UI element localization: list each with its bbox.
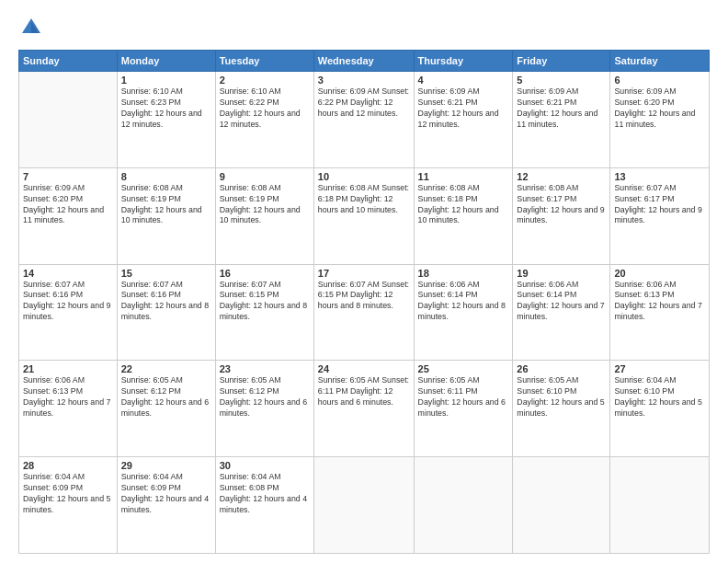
day-number: 11 (418, 171, 509, 182)
day-cell: 20Sunrise: 6:06 AM Sunset: 6:13 PM Dayli… (610, 264, 710, 361)
day-number: 3 (318, 75, 410, 86)
day-info: Sunrise: 6:04 AM Sunset: 6:08 PM Dayligh… (220, 472, 310, 516)
day-number: 25 (418, 363, 509, 374)
day-info: Sunrise: 6:07 AM Sunset: 6:17 PM Dayligh… (614, 183, 705, 227)
day-cell: 3Sunrise: 6:09 AM Sunset: 6:22 PM Daylig… (313, 72, 414, 168)
day-cell: 4Sunrise: 6:09 AM Sunset: 6:21 PM Daylig… (414, 72, 513, 168)
week-row-1: 7Sunrise: 6:09 AM Sunset: 6:20 PM Daylig… (19, 167, 710, 264)
day-info: Sunrise: 6:07 AM Sunset: 6:16 PM Dayligh… (23, 280, 113, 324)
day-number: 22 (121, 363, 211, 374)
day-info: Sunrise: 6:06 AM Sunset: 6:13 PM Dayligh… (614, 280, 705, 324)
day-cell (610, 457, 710, 554)
day-info: Sunrise: 6:09 AM Sunset: 6:20 PM Dayligh… (23, 183, 113, 227)
day-number: 4 (418, 75, 509, 86)
calendar: SundayMondayTuesdayWednesdayThursdayFrid… (18, 50, 710, 554)
day-cell: 12Sunrise: 6:08 AM Sunset: 6:17 PM Dayli… (513, 167, 610, 264)
week-row-4: 28Sunrise: 6:04 AM Sunset: 6:09 PM Dayli… (19, 457, 710, 554)
day-info: Sunrise: 6:04 AM Sunset: 6:09 PM Dayligh… (121, 472, 211, 516)
day-info: Sunrise: 6:07 AM Sunset: 6:15 PM Dayligh… (318, 280, 410, 313)
days-header-row: SundayMondayTuesdayWednesdayThursdayFrid… (19, 51, 710, 72)
day-cell: 16Sunrise: 6:07 AM Sunset: 6:15 PM Dayli… (215, 264, 313, 361)
day-info: Sunrise: 6:09 AM Sunset: 6:21 PM Dayligh… (517, 86, 606, 131)
day-cell: 8Sunrise: 6:08 AM Sunset: 6:19 PM Daylig… (117, 167, 215, 264)
day-cell: 21Sunrise: 6:06 AM Sunset: 6:13 PM Dayli… (19, 361, 118, 457)
day-number: 5 (517, 75, 606, 86)
day-info: Sunrise: 6:04 AM Sunset: 6:10 PM Dayligh… (614, 375, 705, 419)
day-info: Sunrise: 6:10 AM Sunset: 6:22 PM Dayligh… (220, 86, 310, 131)
day-cell: 22Sunrise: 6:05 AM Sunset: 6:12 PM Dayli… (117, 361, 215, 457)
day-cell: 17Sunrise: 6:07 AM Sunset: 6:15 PM Dayli… (313, 264, 414, 361)
day-number: 10 (318, 171, 410, 182)
logo-icon (18, 15, 44, 40)
day-header-thursday: Thursday (414, 51, 513, 72)
day-cell: 13Sunrise: 6:07 AM Sunset: 6:17 PM Dayli… (610, 167, 710, 264)
day-number: 18 (418, 268, 509, 279)
day-number: 29 (121, 460, 211, 471)
day-info: Sunrise: 6:10 AM Sunset: 6:23 PM Dayligh… (121, 86, 211, 131)
day-number: 23 (220, 363, 310, 374)
day-info: Sunrise: 6:08 AM Sunset: 6:19 PM Dayligh… (220, 183, 310, 227)
day-info: Sunrise: 6:05 AM Sunset: 6:10 PM Dayligh… (517, 375, 606, 419)
day-cell: 18Sunrise: 6:06 AM Sunset: 6:14 PM Dayli… (414, 264, 513, 361)
day-cell: 24Sunrise: 6:05 AM Sunset: 6:11 PM Dayli… (313, 361, 414, 457)
day-info: Sunrise: 6:04 AM Sunset: 6:09 PM Dayligh… (23, 472, 113, 516)
day-cell: 7Sunrise: 6:09 AM Sunset: 6:20 PM Daylig… (19, 167, 118, 264)
day-info: Sunrise: 6:05 AM Sunset: 6:11 PM Dayligh… (318, 375, 410, 408)
day-number: 21 (23, 363, 113, 374)
day-header-saturday: Saturday (610, 51, 710, 72)
day-number: 9 (220, 171, 310, 182)
day-cell: 1Sunrise: 6:10 AM Sunset: 6:23 PM Daylig… (117, 72, 215, 168)
day-number: 24 (318, 363, 410, 374)
day-number: 28 (23, 460, 113, 471)
day-info: Sunrise: 6:08 AM Sunset: 6:18 PM Dayligh… (418, 183, 509, 227)
day-cell: 15Sunrise: 6:07 AM Sunset: 6:16 PM Dayli… (117, 264, 215, 361)
day-info: Sunrise: 6:08 AM Sunset: 6:18 PM Dayligh… (318, 183, 410, 216)
day-number: 27 (614, 363, 705, 374)
day-cell: 10Sunrise: 6:08 AM Sunset: 6:18 PM Dayli… (313, 167, 414, 264)
day-info: Sunrise: 6:06 AM Sunset: 6:14 PM Dayligh… (517, 280, 606, 324)
day-number: 19 (517, 268, 606, 279)
day-number: 15 (121, 268, 211, 279)
day-info: Sunrise: 6:05 AM Sunset: 6:12 PM Dayligh… (121, 375, 211, 419)
day-cell: 29Sunrise: 6:04 AM Sunset: 6:09 PM Dayli… (117, 457, 215, 554)
day-info: Sunrise: 6:05 AM Sunset: 6:12 PM Dayligh… (220, 375, 310, 419)
day-number: 26 (517, 363, 606, 374)
week-row-3: 21Sunrise: 6:06 AM Sunset: 6:13 PM Dayli… (19, 361, 710, 457)
day-number: 7 (23, 171, 113, 182)
day-number: 13 (614, 171, 705, 182)
day-number: 8 (121, 171, 211, 182)
day-header-monday: Monday (117, 51, 215, 72)
page: SundayMondayTuesdayWednesdayThursdayFrid… (0, 0, 728, 563)
day-cell: 5Sunrise: 6:09 AM Sunset: 6:21 PM Daylig… (513, 72, 610, 168)
day-info: Sunrise: 6:06 AM Sunset: 6:14 PM Dayligh… (418, 280, 509, 324)
day-cell (414, 457, 513, 554)
week-row-2: 14Sunrise: 6:07 AM Sunset: 6:16 PM Dayli… (19, 264, 710, 361)
day-number: 20 (614, 268, 705, 279)
day-number: 14 (23, 268, 113, 279)
day-cell (313, 457, 414, 554)
day-cell: 11Sunrise: 6:08 AM Sunset: 6:18 PM Dayli… (414, 167, 513, 264)
day-cell: 6Sunrise: 6:09 AM Sunset: 6:20 PM Daylig… (610, 72, 710, 168)
day-info: Sunrise: 6:05 AM Sunset: 6:11 PM Dayligh… (418, 375, 509, 419)
day-number: 2 (220, 75, 310, 86)
day-info: Sunrise: 6:08 AM Sunset: 6:19 PM Dayligh… (121, 183, 211, 227)
day-number: 1 (121, 75, 211, 86)
day-cell: 23Sunrise: 6:05 AM Sunset: 6:12 PM Dayli… (215, 361, 313, 457)
day-header-tuesday: Tuesday (215, 51, 313, 72)
day-cell (513, 457, 610, 554)
day-info: Sunrise: 6:09 AM Sunset: 6:22 PM Dayligh… (318, 86, 410, 120)
day-info: Sunrise: 6:07 AM Sunset: 6:15 PM Dayligh… (220, 280, 310, 324)
day-info: Sunrise: 6:06 AM Sunset: 6:13 PM Dayligh… (23, 375, 113, 419)
day-number: 6 (614, 75, 705, 86)
day-number: 12 (517, 171, 606, 182)
day-cell: 30Sunrise: 6:04 AM Sunset: 6:08 PM Dayli… (215, 457, 313, 554)
day-header-wednesday: Wednesday (313, 51, 414, 72)
day-cell: 28Sunrise: 6:04 AM Sunset: 6:09 PM Dayli… (19, 457, 118, 554)
day-cell: 9Sunrise: 6:08 AM Sunset: 6:19 PM Daylig… (215, 167, 313, 264)
day-info: Sunrise: 6:09 AM Sunset: 6:20 PM Dayligh… (614, 86, 705, 131)
week-row-0: 1Sunrise: 6:10 AM Sunset: 6:23 PM Daylig… (19, 72, 710, 168)
day-cell: 26Sunrise: 6:05 AM Sunset: 6:10 PM Dayli… (513, 361, 610, 457)
day-cell: 2Sunrise: 6:10 AM Sunset: 6:22 PM Daylig… (215, 72, 313, 168)
day-header-friday: Friday (513, 51, 610, 72)
day-info: Sunrise: 6:07 AM Sunset: 6:16 PM Dayligh… (121, 280, 211, 324)
